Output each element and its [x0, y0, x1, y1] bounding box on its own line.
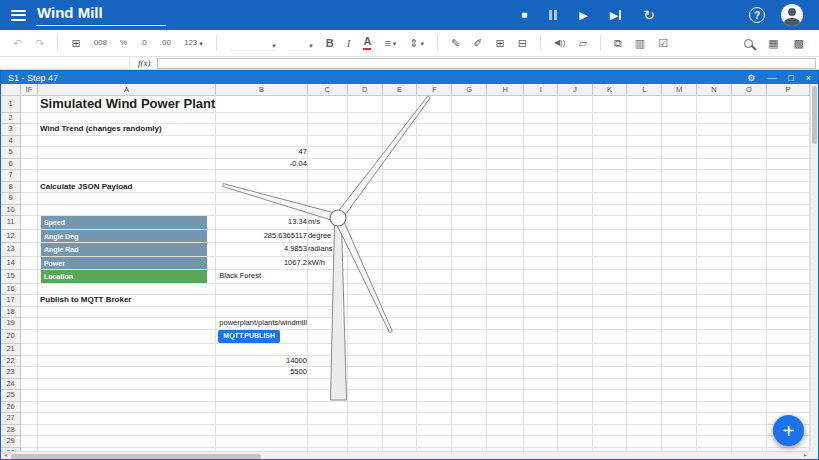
- cell-D22[interactable]: [348, 356, 383, 368]
- cell-K19[interactable]: [593, 318, 628, 330]
- cell-H15[interactable]: [487, 270, 524, 284]
- cell-L7[interactable]: [627, 170, 662, 182]
- scroll-right-icon[interactable]: ▸: [801, 452, 810, 459]
- cell-M5[interactable]: [662, 147, 697, 159]
- cell-M20[interactable]: [662, 330, 697, 345]
- cell-E3[interactable]: [383, 124, 418, 136]
- cell-L4[interactable]: [627, 136, 662, 148]
- cell-G22[interactable]: [452, 356, 487, 368]
- cell-G17[interactable]: [452, 295, 487, 307]
- cell-K2[interactable]: [593, 113, 628, 125]
- cell-P1[interactable]: [767, 96, 810, 113]
- cell-J3[interactable]: [558, 124, 592, 136]
- cell-D14[interactable]: [348, 257, 383, 271]
- cell-M2[interactable]: [662, 113, 697, 125]
- cell-G20[interactable]: [452, 330, 487, 345]
- cell-B20[interactable]: MQTT.PUBLISH: [216, 330, 308, 345]
- cell-I2[interactable]: [524, 113, 558, 125]
- cell-B22[interactable]: 14000: [216, 356, 308, 368]
- cell-A22[interactable]: X-Position: [38, 356, 216, 368]
- cell-L15[interactable]: [627, 270, 662, 284]
- col-header-I[interactable]: I: [524, 84, 558, 96]
- cell-P25[interactable]: [767, 390, 810, 402]
- cell-H19[interactable]: [487, 318, 524, 330]
- cell-F8[interactable]: [417, 182, 452, 194]
- cell-A7[interactable]: [38, 170, 216, 182]
- cell-D25[interactable]: [348, 390, 383, 402]
- col-header-B[interactable]: B: [216, 84, 308, 96]
- cell-H13[interactable]: [487, 243, 524, 257]
- dashboard-view-icon[interactable]: ▩: [794, 38, 804, 49]
- cell-G3[interactable]: [452, 124, 487, 136]
- cell-L12[interactable]: [627, 230, 662, 244]
- cell-H2[interactable]: [487, 113, 524, 125]
- cell-IF19[interactable]: [21, 318, 38, 330]
- cell-E9[interactable]: [383, 193, 418, 205]
- cell-L9[interactable]: [627, 193, 662, 205]
- cell-I28[interactable]: [524, 425, 558, 437]
- cell-A23[interactable]: Y-Position: [38, 367, 216, 379]
- cell-K16[interactable]: [593, 284, 628, 296]
- cell-C4[interactable]: [308, 136, 348, 148]
- cell-K28[interactable]: [593, 425, 628, 437]
- cell-C22[interactable]: [308, 356, 348, 368]
- row-header-5[interactable]: 5: [1, 147, 21, 159]
- cell-M16[interactable]: [662, 284, 697, 296]
- row-header-10[interactable]: 10: [1, 205, 21, 217]
- cell-F9[interactable]: [417, 193, 452, 205]
- cell-J27[interactable]: [558, 413, 592, 425]
- cell-E14[interactable]: [383, 257, 418, 271]
- col-header-G[interactable]: G: [452, 84, 487, 96]
- cell-H18[interactable]: [487, 307, 524, 319]
- cell-F13[interactable]: [417, 243, 452, 257]
- cell-B19[interactable]: powerplant/plants/windmill: [216, 318, 308, 330]
- cell-M7[interactable]: [662, 170, 697, 182]
- cell-IF29[interactable]: [21, 436, 38, 448]
- cell-M23[interactable]: [662, 367, 697, 379]
- cell-IF18[interactable]: [21, 307, 38, 319]
- cell-L1[interactable]: [627, 96, 662, 113]
- cell-I8[interactable]: [524, 182, 558, 194]
- cell-M6[interactable]: [662, 159, 697, 171]
- cell-M19[interactable]: [662, 318, 697, 330]
- cell-N23[interactable]: [697, 367, 732, 379]
- cell-H26[interactable]: [487, 402, 524, 414]
- cell-J19[interactable]: [558, 318, 592, 330]
- row-header-18[interactable]: 18: [1, 307, 21, 319]
- formula-input[interactable]: [157, 58, 817, 69]
- cell-J17[interactable]: [558, 295, 592, 307]
- cell-H8[interactable]: [487, 182, 524, 194]
- row-header-6[interactable]: 6: [1, 159, 21, 171]
- cell-G21[interactable]: [452, 344, 487, 356]
- cell-K29[interactable]: [593, 436, 628, 448]
- cell-F14[interactable]: [417, 257, 452, 271]
- cell-O12[interactable]: [732, 230, 767, 244]
- cell-E22[interactable]: [383, 356, 418, 368]
- cell-I14[interactable]: [524, 257, 558, 271]
- cell-L20[interactable]: [627, 330, 662, 345]
- cell-O29[interactable]: [732, 436, 767, 448]
- cell-P5[interactable]: [767, 147, 810, 159]
- cell-B8[interactable]: [216, 182, 308, 194]
- cell-N28[interactable]: [697, 425, 732, 437]
- cell-K22[interactable]: [593, 356, 628, 368]
- cell-B1[interactable]: [216, 96, 308, 113]
- cell-E16[interactable]: [383, 284, 418, 296]
- cell-F27[interactable]: [417, 413, 452, 425]
- cell-M13[interactable]: [662, 243, 697, 257]
- row-header-22[interactable]: 22: [1, 356, 21, 368]
- cell-J16[interactable]: [558, 284, 592, 296]
- cell-O22[interactable]: [732, 356, 767, 368]
- cell-C8[interactable]: [308, 182, 348, 194]
- row-header-1[interactable]: 1: [1, 96, 21, 113]
- row-header-16[interactable]: 16: [1, 284, 21, 296]
- cell-P6[interactable]: [767, 159, 810, 171]
- cell-IF22[interactable]: [21, 356, 38, 368]
- cell-P15[interactable]: [767, 270, 810, 284]
- cell-J11[interactable]: [558, 216, 592, 230]
- close-icon[interactable]: ×: [806, 73, 811, 83]
- cell-C14[interactable]: kW/h: [308, 257, 348, 271]
- cell-K9[interactable]: [593, 193, 628, 205]
- cell-L22[interactable]: [627, 356, 662, 368]
- cell-C19[interactable]: [308, 318, 348, 330]
